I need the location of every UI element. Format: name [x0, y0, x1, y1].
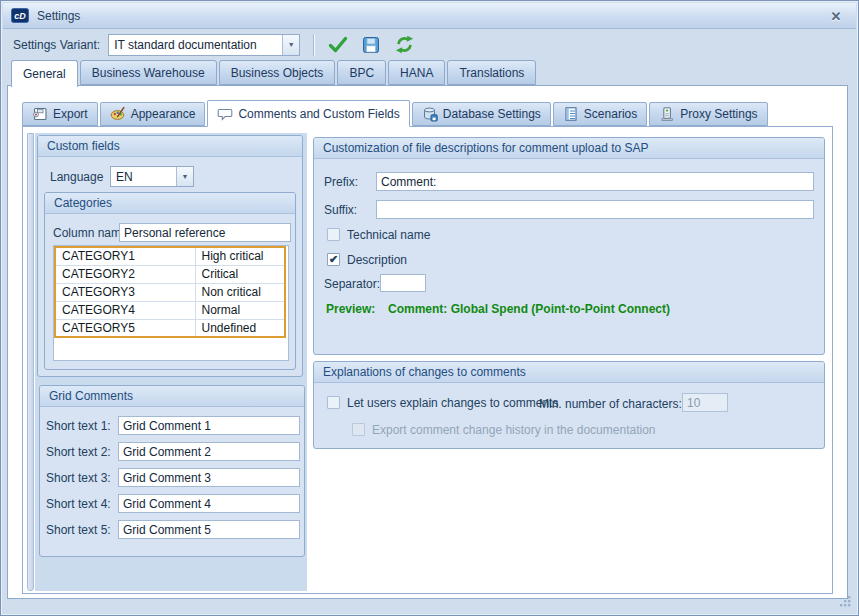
tab-general[interactable]: General	[11, 60, 78, 87]
app-logo-text: cD	[14, 11, 26, 21]
short-text-4-label: Short text 4:	[46, 497, 111, 511]
technical-name-label: Technical name	[347, 228, 430, 242]
customization-group: Customization of file descriptions for c…	[313, 137, 825, 355]
technical-name-checkbox[interactable]	[327, 228, 340, 241]
short-text-1-input[interactable]	[118, 416, 300, 435]
proxy-icon	[659, 106, 675, 122]
database-icon	[422, 106, 438, 122]
subtab-database-settings[interactable]: Database Settings	[412, 102, 551, 126]
separator-input[interactable]	[380, 274, 426, 292]
tab-label: General	[23, 67, 66, 81]
let-users-explain-checkbox[interactable]	[327, 396, 340, 409]
comments-icon	[217, 106, 233, 122]
column-name-input[interactable]	[119, 223, 291, 242]
description-label: Description	[347, 253, 407, 267]
settings-variant-label: Settings Variant:	[13, 38, 100, 52]
settings-window: cD Settings ✕ Settings Variant: ▼	[0, 0, 859, 616]
preview-label: Preview:	[326, 302, 375, 316]
language-input[interactable]	[111, 167, 175, 186]
panel-splitter[interactable]	[27, 133, 34, 591]
apply-button[interactable]	[325, 32, 351, 58]
resize-grip-icon	[839, 595, 851, 607]
table-row[interactable]: CATEGORY4 Normal	[55, 301, 285, 319]
explanations-group: Explanations of changes to comments Let …	[313, 361, 825, 449]
general-tab-page: Export Appearance	[7, 85, 848, 599]
category-key-cell[interactable]: CATEGORY4	[55, 301, 195, 319]
resize-grip[interactable]	[839, 595, 851, 610]
tab-hana[interactable]: HANA	[388, 60, 445, 85]
table-row[interactable]: CATEGORY2 Critical	[55, 265, 285, 283]
window-title: Settings	[37, 9, 80, 23]
category-key-cell[interactable]: CATEGORY2	[55, 265, 195, 283]
category-value-cell[interactable]: Non critical	[195, 283, 285, 301]
group-title: Custom fields	[38, 136, 302, 157]
category-value-cell[interactable]: Critical	[195, 265, 285, 283]
subtab-label: Proxy Settings	[680, 107, 757, 121]
app-logo-icon: cD	[11, 8, 29, 23]
category-key-cell[interactable]: CATEGORY5	[55, 319, 195, 337]
chevron-down-icon: ▼	[182, 173, 189, 180]
save-button[interactable]	[358, 32, 384, 58]
category-value-cell[interactable]: Undefined	[195, 319, 285, 337]
short-text-3-label: Short text 3:	[46, 471, 111, 485]
category-key-cell[interactable]: CATEGORY1	[55, 247, 195, 265]
short-text-5-label: Short text 5:	[46, 523, 111, 537]
suffix-input[interactable]	[376, 200, 814, 219]
refresh-icon	[395, 35, 414, 54]
subtab-scenarios[interactable]: Scenarios	[553, 102, 647, 126]
custom-fields-group: Custom fields Language ▼ Categories Colu…	[37, 135, 303, 377]
tab-business-warehouse[interactable]: Business Warehouse	[80, 60, 217, 85]
let-users-explain-label: Let users explain changes to comments	[347, 396, 558, 410]
tab-translations[interactable]: Translations	[447, 60, 536, 85]
category-value-cell[interactable]: High critical	[195, 247, 285, 265]
table-row[interactable]: CATEGORY1 High critical	[55, 247, 285, 265]
subtab-label: Database Settings	[443, 107, 541, 121]
subtab-proxy-settings[interactable]: Proxy Settings	[649, 102, 767, 126]
subtab-appearance[interactable]: Appearance	[100, 102, 206, 126]
short-text-5-input[interactable]	[118, 520, 300, 539]
export-change-history-checkbox	[352, 423, 365, 436]
tab-bpc[interactable]: BPC	[337, 60, 386, 85]
sub-tab-bar: Export Appearance	[22, 100, 770, 127]
language-dropdown-button[interactable]: ▼	[176, 167, 193, 186]
table-row[interactable]: CATEGORY3 Non critical	[55, 283, 285, 301]
short-text-3-input[interactable]	[118, 468, 300, 487]
main-tab-bar: General Business Warehouse Business Obje…	[11, 60, 538, 86]
category-key-cell[interactable]: CATEGORY3	[55, 283, 195, 301]
prefix-label: Prefix:	[324, 175, 358, 189]
short-text-4-input[interactable]	[118, 494, 300, 513]
settings-variant-combobox[interactable]: ▼	[108, 34, 300, 56]
tab-business-objects[interactable]: Business Objects	[219, 60, 336, 85]
appearance-icon	[110, 106, 126, 122]
preview-value: Comment: Global Spend (Point-to-Point Co…	[388, 302, 670, 316]
settings-variant-input[interactable]	[109, 35, 281, 55]
settings-variant-dropdown-button[interactable]: ▼	[282, 35, 299, 55]
close-button[interactable]: ✕	[826, 6, 846, 26]
categories-table[interactable]: CATEGORY1 High critical CATEGORY2 Critic…	[54, 246, 286, 338]
tab-label: Translations	[459, 66, 524, 80]
left-panel: Custom fields Language ▼ Categories Colu…	[35, 133, 307, 591]
tab-label: BPC	[349, 66, 374, 80]
settings-variant-toolbar: Settings Variant: ▼	[3, 29, 856, 60]
short-text-2-label: Short text 2:	[46, 445, 111, 459]
short-text-2-input[interactable]	[118, 442, 300, 461]
min-characters-label: Min. number of characters:	[539, 397, 682, 411]
export-change-history-label: Export comment change history in the doc…	[372, 423, 656, 437]
description-checkbox[interactable]: ✔	[327, 253, 340, 266]
check-icon	[328, 36, 348, 54]
language-combobox[interactable]: ▼	[110, 166, 194, 187]
subtab-label: Scenarios	[584, 107, 637, 121]
prefix-input[interactable]	[376, 172, 814, 191]
save-icon	[362, 36, 380, 54]
category-value-cell[interactable]: Normal	[195, 301, 285, 319]
tab-label: HANA	[400, 66, 433, 80]
scenarios-icon	[563, 106, 579, 122]
categories-group: Categories Column name: CATEGORY1 High c…	[44, 192, 296, 370]
export-icon	[32, 106, 48, 122]
table-row[interactable]: CATEGORY5 Undefined	[55, 319, 285, 337]
subtab-comments-and-custom-fields[interactable]: Comments and Custom Fields	[207, 100, 409, 127]
refresh-button[interactable]	[391, 32, 417, 58]
short-text-1-label: Short text 1:	[46, 419, 111, 433]
group-title: Customization of file descriptions for c…	[314, 138, 824, 159]
subtab-export[interactable]: Export	[22, 102, 98, 126]
